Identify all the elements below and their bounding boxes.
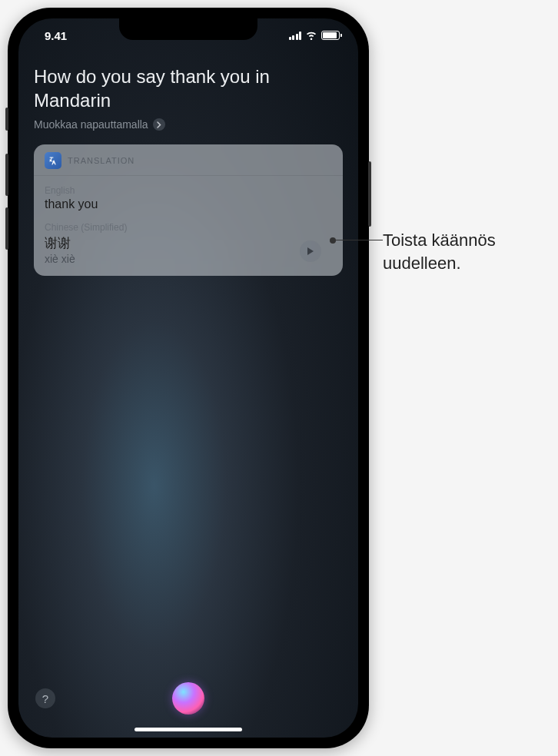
target-romanization: xiè xiè — [45, 253, 332, 265]
edit-query-button[interactable]: Muokkaa napauttamalla — [34, 118, 343, 131]
callout-text: Toista käännös uudelleen. — [383, 229, 496, 274]
translation-row: Chinese (Simplified) 谢谢 xiè xiè — [45, 222, 332, 265]
callout-line-2: uudelleen. — [383, 252, 496, 275]
translation-app-icon — [45, 152, 61, 169]
callout-annotation: Toista käännös uudelleen. — [383, 229, 496, 274]
card-body: English thank you Chinese (Simplified) 谢… — [34, 176, 343, 276]
translation-card[interactable]: TRANSLATION English thank you Chinese (S… — [34, 144, 343, 276]
user-query-text[interactable]: How do you say thank you in Mandarin — [34, 65, 343, 112]
screen: 9.41 How do you say thank you in Mandari… — [18, 18, 358, 738]
edit-hint-label: Muokkaa napauttamalla — [34, 118, 148, 131]
target-language-label: Chinese (Simplified) — [45, 222, 332, 233]
card-title: TRANSLATION — [68, 156, 135, 165]
source-language-label: English — [45, 185, 332, 196]
volume-up-button — [5, 154, 8, 196]
question-mark-icon: ? — [42, 692, 48, 705]
play-icon — [307, 247, 314, 256]
source-text: thank you — [45, 197, 332, 211]
help-button[interactable]: ? — [35, 688, 55, 708]
cellular-signal-icon — [289, 32, 302, 40]
siri-content: How do you say thank you in Mandarin Muo… — [18, 65, 358, 276]
phone-frame: 9.41 How do you say thank you in Mandari… — [8, 8, 369, 748]
target-text: 谢谢 — [45, 234, 332, 252]
status-indicators — [289, 31, 340, 40]
volume-down-button — [5, 207, 8, 250]
chevron-right-icon — [153, 118, 165, 131]
wifi-icon — [305, 31, 317, 40]
callout-leader-line — [333, 240, 383, 240]
battery-icon — [321, 31, 340, 40]
play-translation-button[interactable] — [300, 240, 321, 262]
side-button — [368, 161, 371, 227]
status-time: 9.41 — [37, 29, 67, 42]
home-indicator[interactable] — [135, 728, 242, 731]
mute-switch — [5, 108, 8, 131]
callout-line-1: Toista käännös — [383, 229, 496, 252]
siri-orb-button[interactable] — [172, 682, 204, 715]
notch — [119, 18, 257, 40]
card-header: TRANSLATION — [34, 144, 343, 176]
